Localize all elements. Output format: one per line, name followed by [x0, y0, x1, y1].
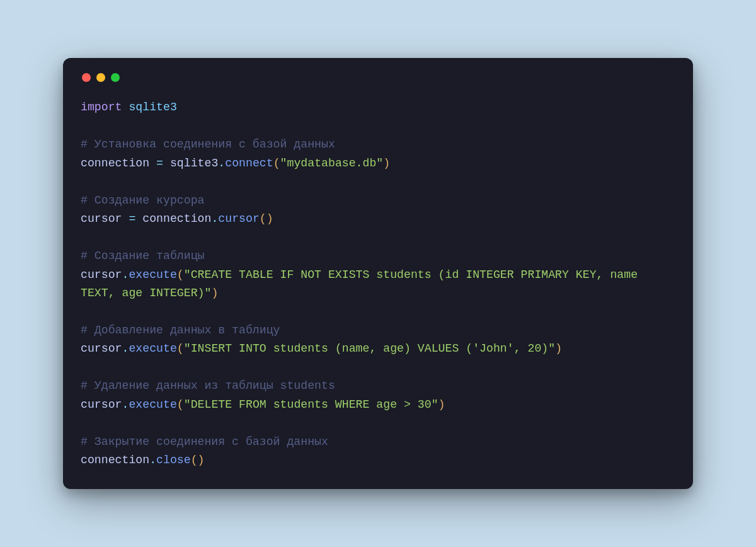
code-comment: # Закрытие соединения с базой данных [81, 435, 328, 448]
paren: ) [198, 454, 205, 466]
function-name: execute [129, 342, 176, 355]
identifier: cursor [81, 398, 122, 411]
paren: ( [191, 454, 198, 466]
paren: ) [555, 342, 562, 355]
close-icon[interactable] [82, 73, 91, 82]
function-name: cursor [218, 212, 260, 225]
paren: ( [177, 398, 184, 411]
identifier: cursor [81, 342, 122, 355]
identifier: sqlite3 [170, 157, 218, 170]
module-name: sqlite3 [129, 101, 176, 113]
identifier: connection [142, 212, 211, 225]
paren: ( [177, 342, 184, 355]
paren: ) [438, 398, 445, 411]
string-literal: "INSERT INTO students (name, age) VALUES… [184, 342, 555, 355]
identifier: connection [81, 454, 149, 466]
code-window: import sqlite3 # Установка соединения с … [63, 58, 693, 489]
identifier: connection [81, 157, 149, 170]
dot: . [211, 212, 218, 225]
maximize-icon[interactable] [111, 73, 120, 82]
dot: . [122, 398, 129, 411]
keyword-import: import [81, 101, 122, 113]
identifier: cursor [81, 268, 122, 281]
window-titlebar [81, 73, 675, 82]
dot: . [218, 157, 225, 170]
paren: ) [383, 157, 390, 170]
identifier: cursor [81, 212, 122, 225]
dot: . [122, 342, 129, 355]
function-name: close [156, 454, 191, 466]
string-literal: "mydatabase.db" [280, 157, 384, 170]
dot: . [122, 268, 129, 281]
code-comment: # Удаление данных из таблицы students [81, 379, 335, 392]
code-block: import sqlite3 # Установка соединения с … [81, 98, 675, 470]
paren: ) [211, 287, 218, 299]
code-comment: # Установка соединения с базой данных [81, 138, 335, 151]
function-name: connect [225, 157, 273, 170]
function-name: execute [129, 268, 176, 281]
operator: = [149, 157, 170, 170]
operator: = [122, 212, 143, 225]
paren: ) [266, 212, 273, 225]
function-name: execute [129, 398, 176, 411]
paren: ( [273, 157, 280, 170]
paren: ( [177, 268, 184, 281]
minimize-icon[interactable] [96, 73, 105, 82]
code-comment: # Создание курсора [81, 194, 204, 207]
dot: . [149, 454, 156, 466]
code-comment: # Добавление данных в таблицу [81, 324, 280, 337]
code-comment: # Создание таблицы [81, 250, 204, 262]
paren: ( [260, 212, 266, 225]
string-literal: "DELETE FROM students WHERE age > 30" [184, 398, 438, 411]
